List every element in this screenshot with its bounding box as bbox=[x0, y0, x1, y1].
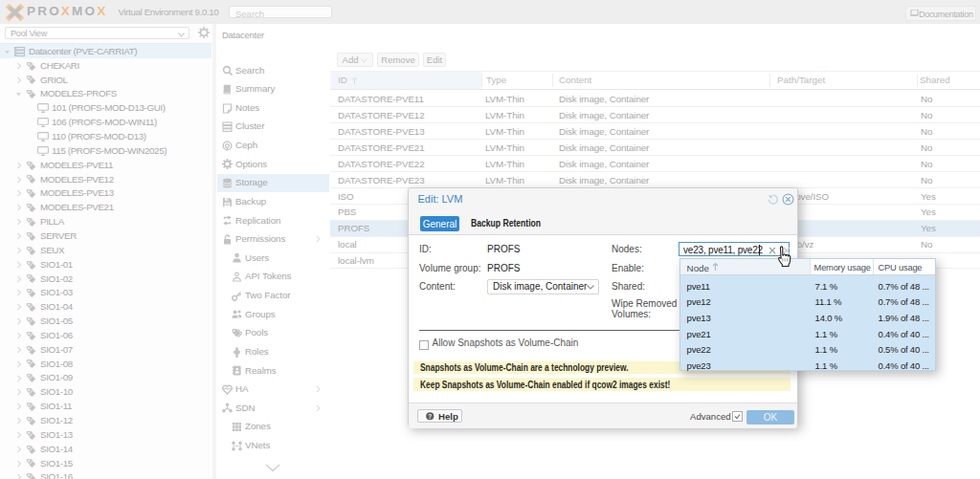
svg-text:?: ? bbox=[428, 413, 432, 420]
